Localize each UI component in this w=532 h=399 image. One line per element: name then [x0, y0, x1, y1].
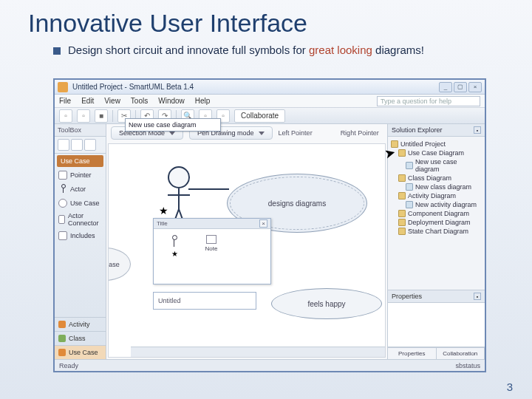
tool-pointer[interactable]: Pointer	[55, 168, 106, 182]
tool-label: Includes	[70, 232, 95, 239]
tool-includes[interactable]: Includes	[55, 229, 106, 242]
close-button[interactable]: ×	[468, 82, 482, 92]
minimize-button[interactable]: _	[439, 82, 452, 92]
pin-button[interactable]: ▪	[474, 293, 481, 300]
save-button[interactable]: ■	[95, 109, 108, 123]
tree-node[interactable]: Class Diagram	[391, 174, 482, 183]
tree-node[interactable]: New class diagram	[391, 183, 482, 191]
tree-node[interactable]: Activity Diagram	[391, 191, 482, 200]
tool-usecase[interactable]: Use Case	[55, 197, 106, 210]
toolbox-panel: ToolBox Use Case Pointer Actor Use Case …	[55, 124, 106, 359]
tab-label: Properties	[398, 350, 425, 357]
swatch-icon	[58, 349, 66, 356]
actor-icon	[170, 235, 179, 248]
tab-label: Use Case	[69, 349, 98, 356]
solution-explorer-panel: Solution Explorer▪ Untitled Project Use …	[387, 124, 485, 359]
toolbox-btn[interactable]	[84, 139, 96, 151]
diagram-icon	[406, 201, 413, 208]
bullet-part-c: diagrams!	[375, 44, 424, 56]
tab-label: Collaboration	[443, 350, 477, 357]
diagram-icon	[406, 183, 413, 191]
usecase-shape[interactable]: Use Case	[108, 248, 131, 281]
tab-label: Activity	[69, 321, 90, 328]
collaborate-button[interactable]: Collaborate	[234, 109, 285, 123]
toolbox-btn[interactable]	[58, 139, 69, 151]
statusbar: Ready sbstatus	[55, 359, 485, 371]
window-title: Untitled Project - SmartUML Beta 1.4	[72, 83, 194, 91]
toolbox-tab-class[interactable]: Class	[55, 331, 106, 345]
includes-icon	[58, 231, 67, 240]
palette-close-button[interactable]: ×	[259, 219, 267, 228]
palette-label: Note	[205, 245, 218, 252]
connector-icon	[58, 215, 65, 224]
properties-header: Properties	[392, 293, 422, 300]
tab-collaboration[interactable]: Collaboration	[437, 348, 485, 359]
menu-edit[interactable]: Edit	[81, 97, 94, 105]
help-search-input[interactable]: Type a question for help	[377, 96, 480, 106]
toolbox-top-buttons	[55, 137, 106, 154]
menu-help[interactable]: Help	[195, 97, 211, 105]
status-left: Ready	[59, 362, 78, 369]
bullet-icon	[53, 47, 61, 55]
tree-node[interactable]: Use Case Diagram	[391, 149, 482, 157]
tool-actor[interactable]: Actor	[55, 182, 106, 197]
new-button[interactable]: ▫	[59, 109, 72, 123]
pin-button[interactable]: ▪	[474, 126, 481, 134]
folder-icon	[398, 174, 406, 182]
tooltip-new-usecase: New use case diagram	[125, 118, 221, 132]
tool-label: Actor Connector	[68, 212, 102, 227]
toolbox-btn[interactable]	[71, 139, 83, 151]
toolbox-tab-activity[interactable]: Activity	[55, 317, 106, 331]
palette-actor[interactable]: ★	[160, 235, 189, 258]
solution-explorer-header: Solution Explorer	[392, 126, 443, 134]
tree-label: Activity Diagram	[408, 192, 456, 200]
menu-view[interactable]: View	[104, 97, 120, 105]
mode-toolbar: Selection Mode Pen Drawing mode Left Poi…	[106, 124, 387, 142]
horizontal-scrollbar[interactable]	[131, 347, 385, 357]
tool-label: Actor	[70, 185, 86, 193]
palette-title: Title	[157, 220, 168, 227]
bullet-part-a: Design short circuit and innovate full s…	[68, 44, 306, 56]
chevron-down-icon	[259, 132, 265, 135]
pointer-icon	[58, 171, 67, 180]
menu-file[interactable]: File	[59, 97, 71, 105]
actor-icon	[58, 184, 67, 194]
actor-shape[interactable]	[168, 166, 190, 188]
untitled-box[interactable]: Untitled	[153, 292, 256, 310]
tree-root[interactable]: Untitled Project	[391, 140, 482, 149]
main-toolbar: ▫ ▫ ■ ✂ ↶ ↷ 🔍 ▫ ▫ Collaborate	[55, 108, 485, 124]
toolbox-category-usecase[interactable]: Use Case	[57, 155, 103, 167]
folder-icon	[391, 140, 398, 148]
connector-line[interactable]	[188, 188, 229, 190]
tree-node[interactable]: New use case diagram	[391, 157, 482, 174]
tool-actor-connector[interactable]: Actor Connector	[55, 210, 106, 229]
project-tree[interactable]: Untitled Project Use Case Diagram New us…	[388, 137, 485, 290]
tree-node[interactable]: Deployment Diagram	[391, 218, 482, 227]
tree-node[interactable]: New activity diagram	[391, 200, 482, 209]
right-pointer-label: Right Pointer	[341, 129, 379, 137]
titlebar: Untitled Project - SmartUML Beta 1.4 _ ▢…	[55, 80, 485, 95]
bullet-row: Design short circuit and innovate full s…	[0, 38, 532, 56]
maximize-button[interactable]: ▢	[454, 82, 467, 92]
usecase-ellipse-2[interactable]: feels happy	[271, 288, 382, 319]
tree-node[interactable]: State Chart Diagram	[391, 227, 482, 236]
tree-node[interactable]: Component Diagram	[391, 209, 482, 218]
bullet-text: Design short circuit and innovate full s…	[68, 44, 424, 56]
floating-palette[interactable]: Title× ★ Note	[153, 218, 271, 284]
menubar: File Edit View Tools Window Help Type a …	[55, 95, 485, 108]
properties-grid[interactable]	[388, 303, 485, 347]
tab-label: Class	[69, 335, 86, 342]
bullet-part-b: great looking	[309, 44, 372, 56]
folder-icon	[398, 228, 406, 235]
tree-label: New use case diagram	[415, 158, 482, 173]
menu-window[interactable]: Window	[158, 97, 185, 105]
ellipse-icon	[58, 199, 67, 208]
menu-tools[interactable]: Tools	[131, 97, 148, 105]
toolbox-tab-usecase[interactable]: Use Case	[55, 345, 106, 359]
status-right: sbstatus	[455, 362, 480, 369]
tab-properties[interactable]: Properties	[388, 348, 437, 359]
tree-label: Untitled Project	[400, 140, 446, 148]
open-button[interactable]: ▫	[77, 109, 90, 123]
palette-note[interactable]: Note	[197, 235, 226, 258]
diagram-canvas[interactable]: Use Case ★ designs diagrams Title× ★ Not…	[108, 143, 386, 358]
